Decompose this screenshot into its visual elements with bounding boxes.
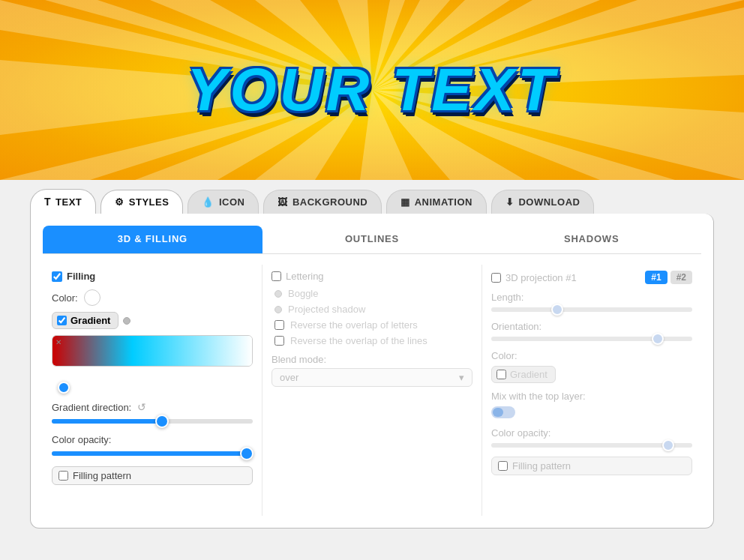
tab-background-label: BACKGROUND [292, 196, 368, 208]
blend-value: over [280, 372, 298, 383]
gradient-direction-label: Gradient direction: [52, 402, 131, 413]
sub-tab-outlines[interactable]: OUTLINES [262, 226, 482, 253]
styles-icon: ⚙ [115, 196, 124, 208]
color-label: Color: [52, 292, 78, 304]
gradient-bar-container: ✕ [52, 335, 253, 391]
orientation-slider[interactable] [491, 337, 692, 341]
opacity-track [52, 451, 253, 456]
gradient-label: Gradient [70, 315, 110, 326]
orientation-label: Orientation: [491, 321, 692, 332]
filling-checkbox-label[interactable]: Filling [52, 271, 253, 282]
lettering-checkbox[interactable] [272, 271, 281, 281]
tab-background[interactable]: 🖼 BACKGROUND [263, 190, 382, 214]
direction-track [52, 419, 253, 424]
gradient-handle[interactable] [58, 382, 70, 394]
proj-gradient-row: Gradient [491, 366, 692, 383]
reverse-lines-checkbox[interactable] [274, 336, 284, 346]
proj-filling-pattern-checkbox[interactable] [498, 461, 508, 471]
length-label: Length: [491, 292, 692, 303]
tab-download-label: DOWNLOAD [518, 196, 580, 208]
sections: Filling Color: Gradient ✕ [43, 265, 701, 516]
projected-shadow-dot [274, 306, 282, 313]
tab-text-label: TEXT [56, 196, 82, 208]
proj-color-label: Color: [491, 350, 692, 361]
sub-tabs: 3D & FILLING OUTLINES SHADOWS [43, 226, 701, 254]
lettering-label: Lettering [286, 271, 324, 282]
gradient-checkbox-wrap[interactable]: Gradient [52, 312, 118, 329]
gradient-dot [123, 317, 130, 325]
mix-toggle[interactable] [491, 406, 515, 418]
gradient-checkbox[interactable] [57, 316, 67, 325]
opacity-label-row: Color opacity: [52, 434, 253, 445]
tab-icon-label: ICON [219, 196, 245, 208]
tab-icon[interactable]: 💧 ICON [188, 190, 259, 214]
opacity-fill [52, 451, 247, 456]
tab-text[interactable]: T TEXT [30, 189, 96, 214]
direction-thumb[interactable] [155, 415, 169, 428]
text-tab-icon: T [44, 196, 51, 208]
proj-filling-pattern-label: Filling pattern [512, 460, 571, 472]
sub-tab-shadows[interactable]: SHADOWS [482, 226, 701, 253]
proj-opacity-label: Color opacity: [491, 427, 692, 439]
tab-styles-label: STYLES [129, 196, 170, 208]
filling-section: Filling Color: Gradient ✕ [43, 265, 262, 516]
direction-row: Gradient direction: ↺ [52, 401, 253, 413]
proj-gradient-box[interactable]: Gradient [491, 366, 556, 383]
projection-badges: #1 #2 [645, 271, 692, 284]
projection-checkbox-wrap[interactable]: 3D projection #1 [491, 272, 577, 283]
gradient-bar-wrap[interactable]: ✕ [52, 335, 253, 367]
sub-tab-shadows-label: SHADOWS [564, 233, 620, 244]
background-icon: 🖼 [278, 196, 288, 208]
projection-label: 3D projection #1 [506, 272, 577, 283]
gradient-row: Gradient [52, 312, 253, 329]
filling-label: Filling [67, 271, 95, 282]
blend-select[interactable]: over ▾ [272, 368, 472, 387]
length-slider[interactable] [491, 307, 692, 312]
refresh-icon[interactable]: ↺ [137, 401, 146, 413]
reverse-overlap-lines-row: Reverse the overlap of the lines [272, 335, 472, 346]
proj-opacity-slider[interactable] [491, 443, 692, 448]
reverse-letters-label: Reverse the overlap of letters [290, 319, 418, 331]
filling-pattern-button[interactable]: Filling pattern [52, 466, 253, 485]
projection-checkbox[interactable] [491, 273, 501, 283]
opacity-slider[interactable] [52, 451, 253, 456]
boggle-dot [274, 290, 282, 298]
tab-download[interactable]: ⬇ DOWNLOAD [491, 190, 595, 214]
tabs-bar: T TEXT ⚙ STYLES 💧 ICON 🖼 BACKGROUND ▦ AN… [0, 180, 744, 214]
tab-styles[interactable]: ⚙ STYLES [100, 190, 183, 214]
main-panel: 3D & FILLING OUTLINES SHADOWS Filling Co… [30, 214, 714, 529]
icon-tab-icon: 💧 [202, 196, 214, 208]
filling-checkbox[interactable] [52, 271, 62, 282]
proj-filling-pattern-button[interactable]: Filling pattern [491, 457, 692, 475]
boggle-label: Boggle [288, 288, 318, 299]
orientation-thumb[interactable] [652, 333, 664, 345]
proj-gradient-checkbox[interactable] [496, 370, 506, 379]
length-thumb[interactable] [551, 304, 563, 316]
color-row: Color: [52, 289, 253, 306]
reverse-lines-label: Reverse the overlap of the lines [290, 335, 428, 346]
lettering-check-label[interactable]: Lettering [272, 271, 472, 282]
sub-tab-3d-filling[interactable]: 3D & FILLING [43, 226, 262, 253]
opacity-thumb[interactable] [240, 447, 254, 460]
proj-opacity-thumb[interactable] [662, 439, 674, 451]
animation-icon: ▦ [400, 196, 410, 208]
mix-label: Mix with the top layer: [491, 391, 692, 402]
reverse-letters-checkbox[interactable] [274, 320, 284, 330]
direction-slider[interactable] [52, 419, 253, 424]
badge-1[interactable]: #1 [645, 271, 667, 284]
mix-toggle-knob [493, 408, 503, 417]
projected-shadow-label: Projected shadow [288, 304, 365, 315]
color-opacity-label: Color opacity: [52, 434, 111, 445]
gradient-bar [52, 336, 252, 366]
projected-shadow-row: Projected shadow [272, 304, 472, 315]
badge-2[interactable]: #2 [670, 271, 692, 284]
tab-animation[interactable]: ▦ ANIMATION [386, 190, 487, 214]
filling-pattern-checkbox[interactable] [58, 471, 68, 481]
filling-pattern-label: Filling pattern [73, 470, 131, 481]
color-picker[interactable] [84, 289, 100, 306]
download-icon: ⬇ [506, 196, 514, 208]
direction-fill [52, 419, 162, 424]
close-gradient-stop[interactable]: ✕ [56, 339, 62, 346]
projection-section: 3D projection #1 #1 #2 Length: Orientati… [482, 265, 701, 516]
blend-mode-label: Blend mode: [272, 354, 472, 365]
